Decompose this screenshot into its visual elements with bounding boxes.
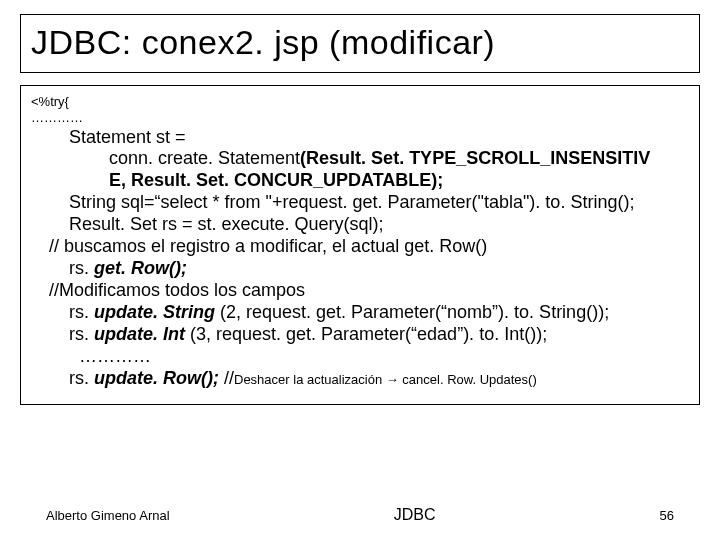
code-text: rs. — [69, 324, 94, 344]
footer-author: Alberto Gimeno Arnal — [46, 508, 170, 523]
footer-page-number: 56 — [660, 508, 674, 523]
code-line: rs. update. Int (3, request. get. Parame… — [31, 324, 689, 346]
code-emph: update. Int — [94, 324, 190, 344]
code-text: (3, request. get. Parameter(“edad”). to.… — [190, 324, 547, 344]
slide: JDBC: conex2. jsp (modificar) <%try{ ………… — [0, 0, 720, 540]
code-line: rs. update. Row(); //Deshacer la actuali… — [31, 368, 689, 390]
slide-title: JDBC: conex2. jsp (modificar) — [31, 23, 689, 62]
code-text: rs. — [69, 302, 94, 322]
code-text: conn. create. Statement — [109, 148, 300, 168]
code-line: String sql=“select * from "+request. get… — [31, 192, 689, 214]
code-emph: get. Row(); — [94, 258, 187, 278]
code-emph: update. String — [94, 302, 220, 322]
code-line: E, Result. Set. CONCUR_UPDATABLE); — [31, 170, 689, 192]
code-text: (2, request. get. Parameter(“nomb”). to.… — [220, 302, 609, 322]
code-box: <%try{ ………… Statement st = conn. create.… — [20, 85, 700, 405]
code-text: rs. — [69, 258, 94, 278]
code-comment: // buscamos el registro a modificar, el … — [31, 236, 689, 258]
code-line: ………… — [31, 110, 689, 126]
code-text: // — [224, 368, 234, 388]
code-line: rs. get. Row(); — [31, 258, 689, 280]
footer-topic: JDBC — [394, 506, 436, 524]
code-line: Statement st = — [31, 127, 689, 149]
code-line: Result. Set rs = st. execute. Query(sql)… — [31, 214, 689, 236]
code-emph: update. Row(); — [94, 368, 224, 388]
footer: Alberto Gimeno Arnal JDBC 56 — [0, 506, 720, 524]
code-comment-small: Deshacer la actualización → cancel. Row.… — [234, 372, 537, 387]
code-line: rs. update. String (2, request. get. Par… — [31, 302, 689, 324]
title-box: JDBC: conex2. jsp (modificar) — [20, 14, 700, 73]
code-text: rs. — [69, 368, 94, 388]
code-line: ………… — [31, 346, 689, 368]
code-bold: (Result. Set. TYPE_SCROLL_INSENSITIV — [300, 148, 650, 168]
code-comment: //Modificamos todos los campos — [31, 280, 689, 302]
code-line: conn. create. Statement(Result. Set. TYP… — [31, 148, 689, 170]
code-line: <%try{ — [31, 94, 689, 110]
